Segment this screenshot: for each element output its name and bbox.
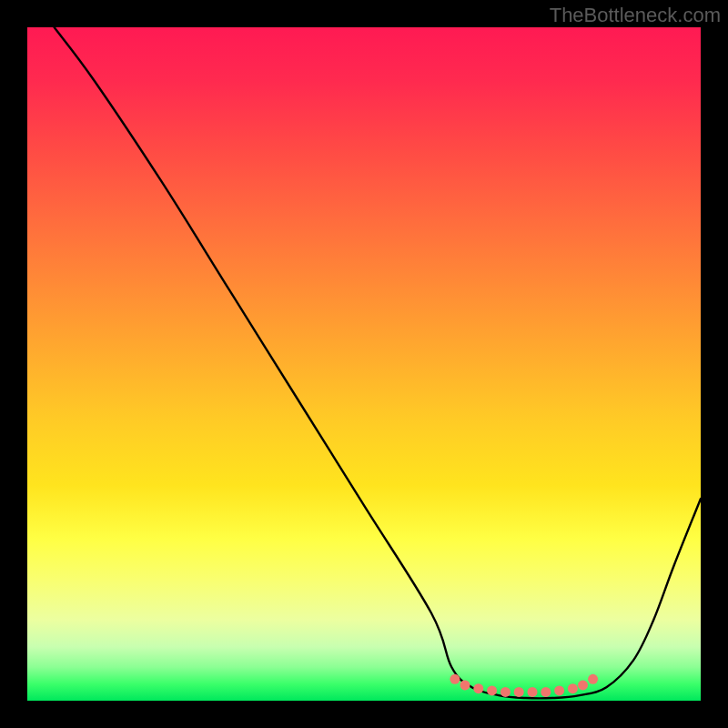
marker-dot <box>568 683 578 693</box>
marker-dot <box>487 685 497 695</box>
marker-dot <box>554 685 564 695</box>
marker-dot <box>578 680 588 690</box>
watermark-text: TheBottleneck.com <box>550 4 721 27</box>
marker-dot <box>514 687 524 697</box>
plot-area <box>27 27 701 701</box>
marker-dot <box>528 687 538 697</box>
marker-dot <box>541 687 551 697</box>
curve-line <box>55 27 701 698</box>
marker-dot <box>460 680 470 690</box>
marker-dot <box>588 674 598 684</box>
marker-dot <box>500 687 511 697</box>
marker-dot <box>473 683 483 693</box>
chart-svg <box>27 27 701 701</box>
plateau-markers <box>450 674 598 697</box>
marker-dot <box>450 674 460 684</box>
